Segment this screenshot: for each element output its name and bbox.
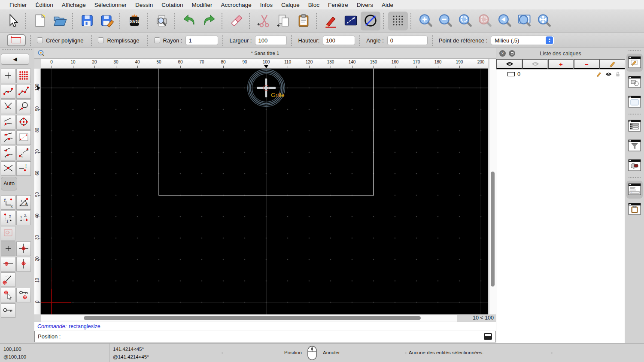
tool-rect-red-button[interactable] — [1, 226, 15, 241]
tool-arc-point-button[interactable] — [1, 115, 15, 130]
tool-tangent-line-button[interactable] — [1, 130, 15, 145]
tool-spline-points-button[interactable] — [1, 84, 15, 99]
zoom-in-button[interactable] — [416, 12, 435, 30]
tool-target-horizontal-button[interactable] — [1, 257, 15, 272]
keyboard-panel-icon[interactable] — [484, 333, 492, 340]
show-all-layers-button[interactable] — [496, 59, 522, 69]
zoom-pan-button[interactable] — [534, 12, 554, 30]
fill-option[interactable]: Remplissage — [98, 37, 143, 44]
menu-item-bloc[interactable]: Bloc — [304, 2, 324, 8]
panel-toggle-blocks[interactable] — [626, 73, 643, 91]
vertical-scroll-thumb[interactable] — [491, 172, 495, 287]
paste-button[interactable] — [294, 12, 313, 30]
cursor-button[interactable] — [3, 12, 22, 30]
pencil-icon[interactable] — [596, 71, 602, 77]
print-preview-button[interactable] — [152, 12, 172, 30]
menu-item-fichier[interactable]: Fichier — [5, 2, 31, 8]
tool-points-grid-button[interactable] — [16, 69, 31, 83]
tool-intersection-button[interactable] — [1, 161, 15, 176]
panel-toggle-hatch[interactable] — [626, 157, 643, 175]
radius-input[interactable] — [185, 36, 218, 45]
panel-toggle-clipboard[interactable] — [626, 200, 643, 218]
undo-button[interactable] — [179, 12, 199, 30]
svg-export-button[interactable]: SVG — [125, 12, 144, 30]
tool-key-button[interactable] — [1, 303, 15, 318]
reference-point-select[interactable]: Milieu (,5) ▲▼ — [491, 36, 554, 45]
menu-item-infos[interactable]: Infos — [256, 2, 277, 8]
auto-snap-button[interactable]: Auto — [1, 177, 17, 190]
polyline-tool-button[interactable] — [341, 12, 361, 30]
tool-crosshair-target-button[interactable] — [16, 241, 31, 256]
zoom-window-button[interactable] — [514, 12, 534, 30]
delete-entity-button[interactable] — [227, 12, 246, 30]
rectangle-tool-button[interactable] — [7, 34, 26, 46]
tool-polar-ra-button[interactable]: ra — [16, 195, 31, 210]
drawing-canvas[interactable]: Grille — [41, 69, 488, 314]
hide-all-layers-button[interactable] — [522, 59, 548, 69]
menu-item-edition[interactable]: Édition — [31, 2, 58, 8]
tool-circle-tangent-button[interactable] — [16, 100, 31, 114]
menu-item-aide[interactable]: Aide — [377, 2, 398, 8]
zoom-selection-button[interactable] — [475, 12, 495, 30]
menu-item-affichage[interactable]: Affichage — [58, 2, 90, 8]
radius-checkbox[interactable] — [154, 37, 160, 43]
panel-toggle-command[interactable]: c: — [626, 181, 643, 199]
menu-item-dessin[interactable]: Dessin — [131, 2, 157, 8]
tool-target-vertical-button[interactable] — [16, 257, 31, 272]
panel-toggle-entities[interactable] — [626, 117, 643, 135]
tool-corner-21-button[interactable]: 12 — [16, 211, 31, 225]
tool-cursor-target-button[interactable] — [1, 288, 15, 302]
zoom-auto-button[interactable] — [455, 12, 475, 30]
tool-circle-center-button[interactable] — [16, 115, 31, 130]
command-input-line[interactable]: Position : — [34, 331, 496, 342]
menu-item-modifier[interactable]: Modifier — [187, 2, 216, 8]
vertical-scrollbar[interactable] — [489, 59, 496, 314]
open-file-button[interactable] — [50, 12, 70, 30]
new-document-button[interactable] — [30, 12, 50, 30]
panel-toggle-layers[interactable] — [626, 54, 643, 72]
grid-toggle-button[interactable] — [388, 12, 408, 30]
tool-line-seq-button[interactable]: 12 — [16, 146, 31, 160]
lock-icon[interactable] — [615, 71, 620, 77]
menu-item-cotation[interactable]: Cotation — [157, 2, 187, 8]
menu-item-divers[interactable]: Divers — [352, 2, 377, 8]
tool-point-plus-button[interactable] — [1, 69, 15, 83]
width-input[interactable] — [255, 36, 287, 45]
height-input[interactable] — [323, 36, 355, 45]
tool-line-manual-button[interactable]: ! — [16, 161, 31, 176]
tool-tangent-point-button[interactable] — [1, 100, 15, 114]
menu-item-selectionner[interactable]: Sélectionner — [90, 2, 131, 8]
menu-item-calque[interactable]: Calque — [277, 2, 304, 8]
panel-toggle-filter[interactable] — [626, 137, 643, 155]
tool-tangent-two-button[interactable] — [1, 146, 15, 160]
remove-layer-button[interactable]: − — [574, 59, 599, 69]
tool-polyline-points-button[interactable] — [16, 84, 31, 99]
save-button[interactable] — [77, 12, 97, 30]
menu-item-accrochage[interactable]: Accrochage — [216, 2, 255, 8]
draw-pen-button[interactable] — [321, 12, 341, 30]
edit-layer-button[interactable] — [599, 59, 625, 69]
tool-plus-button[interactable] — [1, 241, 15, 256]
strip-handle[interactable] — [629, 50, 641, 51]
panel-toggle-library[interactable] — [626, 93, 643, 111]
dock-back-button[interactable]: ◀ — [1, 54, 29, 65]
add-layer-button[interactable]: + — [548, 59, 574, 69]
zoom-previous-button[interactable] — [495, 12, 514, 30]
tool-coords-xy-button[interactable]: yx — [1, 195, 15, 210]
save-as-button[interactable] — [97, 12, 117, 30]
tool-key-target-button[interactable] — [16, 288, 31, 302]
tool-rect-diagonal-button[interactable] — [16, 130, 31, 145]
zoom-out-button[interactable] — [435, 12, 455, 30]
angle-input[interactable] — [387, 36, 428, 45]
close-icon[interactable]: × — [499, 50, 506, 57]
copy-button[interactable] — [274, 12, 294, 30]
create-polyline-option[interactable]: Créer polyligne — [37, 37, 87, 44]
horizontal-scrollbar[interactable] — [41, 315, 488, 322]
tool-corner-12-button[interactable]: 12 — [1, 211, 15, 225]
horizontal-scroll-thumb[interactable] — [84, 316, 421, 320]
redo-button[interactable] — [199, 12, 219, 30]
create-polyline-checkbox[interactable] — [37, 37, 43, 43]
circle-line-toggle-button[interactable] — [361, 12, 380, 30]
tool-gauge-button[interactable] — [1, 272, 15, 287]
fill-checkbox[interactable] — [98, 37, 104, 43]
